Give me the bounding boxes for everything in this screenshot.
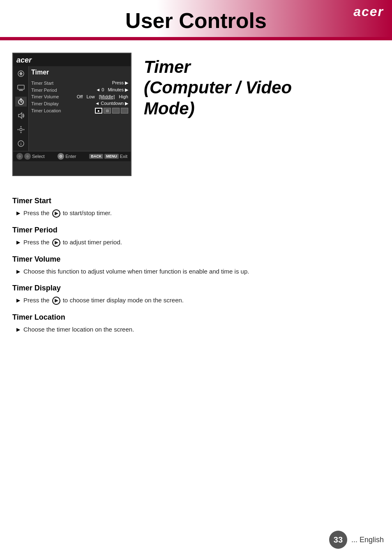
loc-icon-topcenter[interactable]: ⊡ [104, 108, 111, 114]
svg-rect-2 [18, 85, 24, 89]
page-header: acer User Controls [0, 0, 392, 37]
timer-volume-desc: Choose this function to adjust volume wh… [23, 267, 249, 276]
osd-body: i Timer Timer Start Press ▶ Timer Period… [13, 66, 131, 151]
osd-logo: acer [16, 56, 32, 65]
timer-volume-label: Timer Volume [31, 94, 64, 99]
osd-section-title: Timer [31, 68, 128, 77]
bullet-1: ▶ [16, 239, 20, 246]
bullet-4: ▶ [16, 326, 20, 333]
page-title: User Controls [125, 8, 267, 33]
section-heading-timer-volume: Timer Volume [12, 255, 275, 264]
section-heading-timer-period: Timer Period [12, 226, 275, 234]
timer-start-value: Press ▶ [112, 80, 128, 86]
mode-title: Timer(Computer / VideoMode) [144, 57, 292, 119]
select-btn-icon2: ○ [24, 153, 31, 160]
circle-btn-1: ▶ [52, 209, 60, 218]
timer-location-desc: Choose the timer location on the screen. [23, 325, 134, 334]
svg-point-12 [20, 126, 21, 128]
section-heading-timer-display: Timer Display [12, 284, 275, 292]
loc-icon-center[interactable] [112, 108, 120, 114]
timer-period-value: ◄ 0 Minutes ▶ [96, 87, 128, 93]
osd-icon-image[interactable] [15, 69, 27, 79]
timer-location-label: Timer Location [31, 108, 64, 113]
timer-display-value: ◄ Countdown ▶ [95, 101, 128, 106]
menu-btn[interactable]: MENU [104, 154, 119, 159]
svg-point-14 [17, 129, 18, 130]
timer-display-desc: Press the ▶ to choose timer display mode… [23, 296, 184, 305]
back-btn[interactable]: BACK [89, 154, 103, 159]
footer-back-menu: BACK MENU Exit [89, 154, 127, 159]
page-number-badge: 33 [329, 531, 347, 549]
section-item-timer-volume-0: ▶ Choose this function to adjust volume … [16, 267, 275, 276]
svg-marker-10 [18, 113, 22, 118]
osd-main-content: Timer Timer Start Press ▶ Timer Period ◄… [29, 66, 131, 151]
section-item-timer-location-0: ▶ Choose the timer location on the scree… [16, 325, 275, 334]
osd-header: acer [13, 53, 131, 66]
svg-text:i: i [20, 142, 21, 146]
exit-label: Exit [120, 154, 127, 159]
bullet-2: ▶ [16, 268, 20, 275]
timer-location-value: ■ ⊡ [95, 108, 128, 114]
timer-location-icons: ■ ⊡ [95, 108, 128, 114]
svg-point-13 [20, 132, 21, 133]
osd-row-timer-location: Timer Location ■ ⊡ [31, 107, 128, 114]
loc-icon-topleft[interactable]: ■ [95, 108, 102, 114]
osd-icon-advanced[interactable] [15, 125, 27, 135]
osd-icon-info[interactable]: i [15, 139, 27, 149]
osd-row-timer-volume: Timer Volume Off Low [Middle] High [31, 93, 128, 100]
bullet-0: ▶ [16, 210, 20, 217]
timer-volume-value: Off Low [Middle] High [77, 94, 128, 99]
bullet-3: ▶ [16, 297, 20, 304]
timer-period-desc: Press the ▶ to adjust timer period. [23, 238, 122, 247]
select-btn-icon: ○ [16, 153, 23, 160]
loc-icon-bottomright[interactable] [121, 108, 128, 114]
footer-badge: 33 ... English [329, 531, 384, 549]
osd-row-timer-display: Timer Display ◄ Countdown ▶ [31, 100, 128, 107]
timer-start-desc: Press the ▶ to start/stop timer. [23, 209, 112, 218]
footer-select: ○ ○ Select [16, 153, 45, 160]
text-content: Timer Start ▶ Press the ▶ to start/stop … [0, 184, 288, 348]
timer-start-label: Timer Start [31, 81, 64, 86]
osd-row-timer-start: Timer Start Press ▶ [31, 79, 128, 86]
osd-row-timer-period: Timer Period ◄ 0 Minutes ▶ [31, 86, 128, 93]
acer-logo: acer [353, 4, 384, 19]
section-item-timer-period-0: ▶ Press the ▶ to adjust timer period. [16, 238, 275, 247]
section-heading-timer-start: Timer Start [12, 197, 275, 205]
circle-btn-3: ▶ [52, 297, 60, 305]
page-title-area: Timer(Computer / VideoMode) [144, 53, 380, 176]
timer-period-label: Timer Period [31, 88, 64, 93]
osd-footer: ○ ○ Select ⊙ Enter BACK MENU Exit [13, 151, 131, 161]
enter-btn-icon: ⊙ [58, 153, 64, 160]
header-logo: acer [353, 4, 384, 19]
section-item-timer-start-0: ▶ Press the ▶ to start/stop timer. [16, 209, 275, 218]
osd-sidebar: i [13, 66, 29, 151]
page-number: 33 [334, 535, 343, 545]
osd-icon-display[interactable] [15, 83, 27, 93]
section-heading-timer-location: Timer Location [12, 313, 275, 322]
language-label: ... English [351, 536, 384, 544]
osd-menu: acer i [12, 53, 131, 176]
enter-label: Enter [65, 154, 76, 159]
header-bar [0, 37, 392, 40]
svg-marker-1 [19, 72, 23, 76]
svg-point-11 [20, 128, 22, 131]
main-content: acer i [0, 40, 392, 184]
osd-icon-timer[interactable] [15, 97, 27, 107]
select-label: Select [32, 154, 45, 159]
circle-btn-2: ▶ [52, 239, 60, 247]
timer-display-label: Timer Display [31, 101, 64, 106]
section-item-timer-display-0: ▶ Press the ▶ to choose timer display mo… [16, 296, 275, 305]
osd-icon-audio[interactable] [15, 111, 27, 121]
footer-enter: ⊙ Enter [58, 153, 76, 160]
svg-point-15 [23, 129, 24, 130]
